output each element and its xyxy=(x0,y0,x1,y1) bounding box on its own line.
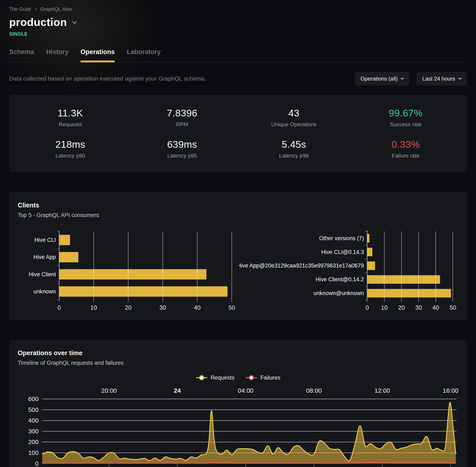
page-header: The Guild GraphQL Hive production SINGLE… xyxy=(0,6,476,62)
clients-card-subtitle: Top 5 - GraphQL API consumers xyxy=(18,212,458,219)
svg-text:100: 100 xyxy=(28,449,39,456)
stat-label: Latency p99 xyxy=(238,153,350,159)
svg-text:0: 0 xyxy=(366,304,369,311)
svg-text:600: 600 xyxy=(28,395,39,402)
svg-text:08:00: 08:00 xyxy=(306,387,322,394)
chevron-right-icon xyxy=(34,8,37,11)
svg-text:500: 500 xyxy=(28,406,39,413)
legend-label: Requests xyxy=(211,375,235,381)
legend-item-failures[interactable]: Failures xyxy=(245,375,280,381)
stat-value: 99.67% xyxy=(350,107,462,119)
timeline-legend: Requests Failures xyxy=(18,375,458,381)
breadcrumb: The Guild GraphQL Hive xyxy=(9,6,467,12)
stat-success-rate: 99.67% Success rate xyxy=(350,107,462,128)
page-title: production xyxy=(9,16,67,28)
stat-requests: 11.3K Requests xyxy=(14,107,126,128)
svg-text:unknown@unknown: unknown@unknown xyxy=(313,290,364,296)
requests-legend-marker-icon xyxy=(196,375,208,380)
time-range-dropdown[interactable]: Last 24 hours xyxy=(416,72,467,85)
stat-label: Unique Operations xyxy=(238,121,350,128)
stat-label: Latency p90 xyxy=(14,153,126,159)
svg-text:200: 200 xyxy=(28,438,39,445)
stat-failure-rate: 0.33% Failure rate xyxy=(350,139,462,159)
target-type-badge: SINGLE xyxy=(9,31,467,37)
operations-over-time-card: Operations over time Timeline of GraphQL… xyxy=(9,340,467,467)
chevron-down-icon xyxy=(459,77,461,79)
operations-filter-label: Operations (all) xyxy=(360,76,398,82)
time-range-label: Last 24 hours xyxy=(422,76,455,82)
main-content: Data collected based on operation execut… xyxy=(0,72,476,467)
tab-laboratory[interactable]: Laboratory xyxy=(127,48,160,62)
stat-label: Requests xyxy=(14,121,126,128)
clients-by-name-bar-chart: Hive CLIHive AppHive Clientunknown010203… xyxy=(18,229,237,312)
stat-label: Failure rate xyxy=(350,153,462,159)
tab-history[interactable]: History xyxy=(46,48,68,62)
svg-text:30: 30 xyxy=(159,304,166,311)
svg-text:50: 50 xyxy=(450,304,456,311)
stat-label: RPM xyxy=(126,121,238,128)
svg-text:20:00: 20:00 xyxy=(101,387,117,394)
legend-item-requests[interactable]: Requests xyxy=(196,375,235,381)
legend-label: Failures xyxy=(260,375,280,381)
ops-card-subtitle: Timeline of GraphQL requests and failure… xyxy=(18,360,458,366)
svg-text:40: 40 xyxy=(432,304,439,311)
stat-value: 218ms xyxy=(14,139,126,150)
ops-card-title: Operations over time xyxy=(18,349,458,357)
svg-text:300: 300 xyxy=(28,428,39,434)
svg-text:20: 20 xyxy=(125,304,132,311)
stat-value: 639ms xyxy=(126,139,238,150)
svg-text:unknown: unknown xyxy=(33,288,56,295)
stat-unique-operations: 43 Unique Operations xyxy=(238,107,350,128)
stat-value: 11.3K xyxy=(14,107,126,119)
svg-text:Hive App@20e3129caa921c35e9979: Hive App@20e3129caa921c35e9979631e17a067… xyxy=(239,262,364,269)
svg-text:04:00: 04:00 xyxy=(238,387,253,394)
operations-timeline-chart: 010020030040050060020:0020:00242404:0004… xyxy=(18,387,458,467)
svg-text:Hive CLI@0.14.3: Hive CLI@0.14.3 xyxy=(321,249,364,255)
stat-latency-p95: 639ms Latency p95 xyxy=(126,139,238,159)
svg-text:Hive Client@0.14.2: Hive Client@0.14.2 xyxy=(316,276,364,283)
operations-dashboard-page: The Guild GraphQL Hive production SINGLE… xyxy=(0,0,476,467)
operations-filter-dropdown[interactable]: Operations (all) xyxy=(355,72,410,85)
svg-text:30: 30 xyxy=(415,304,422,311)
svg-text:24: 24 xyxy=(174,387,181,394)
svg-text:10: 10 xyxy=(381,304,388,311)
breadcrumb-item-project[interactable]: GraphQL Hive xyxy=(40,6,72,12)
chevron-down-icon[interactable] xyxy=(72,19,77,24)
svg-text:40: 40 xyxy=(194,304,201,311)
svg-text:20: 20 xyxy=(398,304,405,311)
svg-text:0: 0 xyxy=(35,460,39,467)
svg-text:400: 400 xyxy=(28,417,39,424)
stats-summary-card: 11.3K Requests 7.8396 RPM 43 Unique Oper… xyxy=(9,95,467,172)
svg-text:Hive CLI: Hive CLI xyxy=(34,237,56,243)
tabs-bar: Schema History Operations Laboratory xyxy=(9,48,467,62)
svg-text:0: 0 xyxy=(57,304,61,311)
svg-text:50: 50 xyxy=(228,304,235,311)
tab-schema[interactable]: Schema xyxy=(9,48,34,62)
svg-text:16:00: 16:00 xyxy=(443,387,458,394)
svg-text:Hive Client: Hive Client xyxy=(29,271,56,278)
svg-text:10: 10 xyxy=(90,304,97,311)
svg-text:Other versions (7): Other versions (7) xyxy=(319,235,364,241)
stat-value: 43 xyxy=(238,107,350,119)
clients-card: Clients Top 5 - GraphQL API consumers Hi… xyxy=(9,192,467,320)
breadcrumb-item-org[interactable]: The Guild xyxy=(9,6,31,12)
stat-value: 7.8396 xyxy=(126,107,238,119)
stat-value: 0.33% xyxy=(350,139,462,150)
tab-operations[interactable]: Operations xyxy=(80,48,115,62)
stat-label: Latency p95 xyxy=(126,153,238,159)
filters-toolbar: Data collected based on operation execut… xyxy=(9,72,467,85)
page-description: Data collected based on operation execut… xyxy=(9,75,206,82)
stat-rpm: 7.8396 RPM xyxy=(126,107,238,128)
clients-card-title: Clients xyxy=(18,202,458,209)
stat-label: Success rate xyxy=(350,121,462,128)
svg-text:12:00: 12:00 xyxy=(374,387,390,394)
chevron-down-icon xyxy=(401,77,404,79)
stat-value: 5.45s xyxy=(238,139,350,150)
clients-by-version-bar-chart: Other versions (7)Hive CLI@0.14.3Hive Ap… xyxy=(239,229,458,312)
stat-latency-p90: 218ms Latency p90 xyxy=(14,139,126,159)
failures-legend-marker-icon xyxy=(245,375,257,380)
stat-latency-p99: 5.45s Latency p99 xyxy=(238,139,350,159)
svg-text:Hive App: Hive App xyxy=(33,254,56,260)
